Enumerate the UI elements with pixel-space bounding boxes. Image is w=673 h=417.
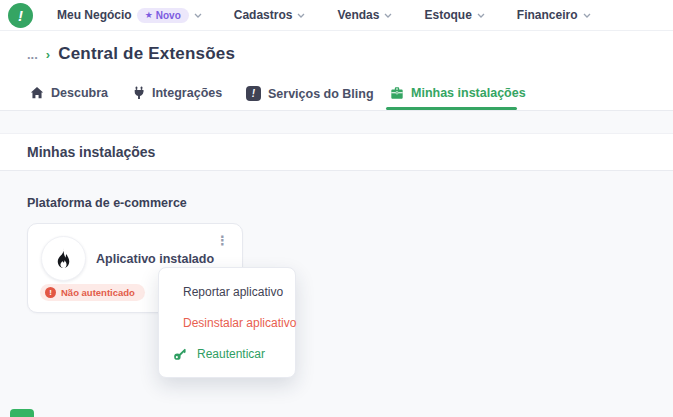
tab-label: Minhas instalações: [411, 86, 526, 100]
category-label: Plataforma de e-commerce: [27, 196, 187, 210]
breadcrumb-separator-icon: ›: [46, 47, 50, 62]
flame-icon: [52, 247, 75, 270]
menu-item-label: Reportar aplicativo: [183, 285, 283, 299]
status-badge: ! Não autenticado: [40, 284, 145, 301]
tabs-divider: [0, 110, 673, 111]
app-avatar: [41, 236, 86, 281]
nav-item-estoque[interactable]: Estoque: [424, 8, 484, 22]
bling-square-icon: !: [246, 86, 261, 101]
nav-item-label: Financeiro: [517, 8, 578, 22]
active-tab-underline: [386, 107, 517, 110]
menu-item-label: Desinstalar aplicativo: [183, 316, 296, 330]
home-icon: [30, 86, 44, 100]
chevron-down-icon: [583, 13, 591, 18]
nav-item-label: Vendas: [337, 8, 379, 22]
briefcase-icon: [390, 86, 404, 100]
plug-icon: [133, 86, 145, 100]
breadcrumb-ellipsis[interactable]: ...: [27, 47, 38, 62]
tab-integracoes[interactable]: Integrações: [133, 86, 222, 100]
tab-descubra[interactable]: Descubra: [30, 86, 108, 100]
app-title: Aplicativo instalado: [96, 252, 214, 266]
header-block: ! Meu Negócio ★ Novo Cadastros Vendas Es…: [0, 0, 673, 111]
section-heading: Minhas instalações: [27, 144, 155, 160]
nav-item-label: Estoque: [424, 8, 471, 22]
nav-item-cadastros[interactable]: Cadastros: [234, 8, 306, 22]
menu-item-reautenticar[interactable]: Reautenticar: [159, 338, 295, 369]
tab-label: Descubra: [51, 86, 108, 100]
section-heading-bar: Minhas instalações: [0, 133, 673, 171]
nav-item-vendas[interactable]: Vendas: [337, 8, 392, 22]
menu-item-label: Reautenticar: [197, 347, 265, 361]
chevron-down-icon: [194, 13, 202, 18]
menu-item-desinstalar-aplicativo[interactable]: Desinstalar aplicativo: [159, 307, 295, 338]
nav-item-label: Cadastros: [234, 8, 293, 22]
nav-item-label: Meu Negócio: [57, 8, 132, 22]
chevron-down-icon: [477, 13, 485, 18]
novo-badge-label: Novo: [156, 10, 181, 21]
nav-item-meu-negocio[interactable]: Meu Negócio ★ Novo: [57, 8, 202, 23]
novo-badge: ★ Novo: [137, 8, 189, 23]
tab-servicos-do-bling[interactable]: ! Serviços do Bling: [246, 86, 374, 101]
kebab-menu-icon[interactable]: ⋮: [212, 232, 233, 249]
chat-widget[interactable]: [10, 409, 34, 417]
tab-label: Integrações: [152, 86, 222, 100]
menu-item-reportar-aplicativo[interactable]: Reportar aplicativo: [159, 276, 295, 307]
bling-logo[interactable]: !: [8, 3, 33, 28]
star-icon: ★: [145, 11, 153, 20]
breadcrumb: ... › Central de Extensões: [27, 44, 235, 64]
top-navbar: ! Meu Negócio ★ Novo Cadastros Vendas Es…: [0, 0, 673, 31]
tab-minhas-instalacoes[interactable]: Minhas instalações: [390, 86, 526, 100]
chevron-down-icon: [297, 13, 305, 18]
chevron-down-icon: [384, 13, 392, 18]
tab-label: Serviços do Bling: [268, 87, 374, 101]
key-icon: [173, 347, 187, 361]
status-badge-label: Não autenticado: [61, 287, 135, 298]
error-icon: !: [45, 287, 56, 298]
nav-item-financeiro[interactable]: Financeiro: [517, 8, 591, 22]
app-context-menu: Reportar aplicativo Desinstalar aplicati…: [158, 267, 296, 378]
page-title: Central de Extensões: [58, 44, 235, 64]
nav-items: Meu Negócio ★ Novo Cadastros Vendas Esto…: [57, 8, 591, 23]
